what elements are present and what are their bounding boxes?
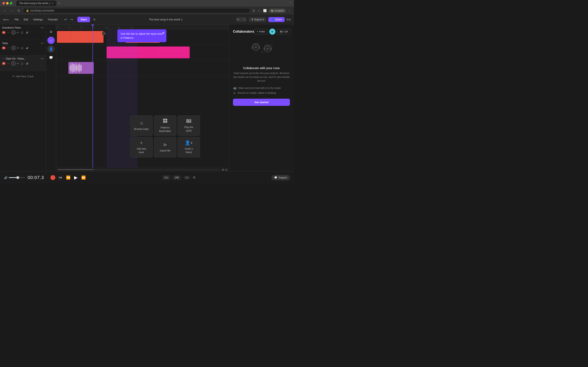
volume-slider[interactable] bbox=[9, 177, 25, 178]
refresh-button[interactable]: ↻ bbox=[93, 18, 96, 21]
transport-settings-button[interactable]: ⚙ bbox=[193, 175, 196, 179]
active-tab[interactable]: The best song in the world :) ✕ bbox=[16, 1, 56, 6]
cast-icon[interactable]: ⊻ bbox=[252, 8, 256, 13]
track-more-piano[interactable]: ••• bbox=[41, 26, 44, 29]
ruler-mark-11: 11 bbox=[117, 25, 130, 29]
call-button[interactable]: 📷 Call bbox=[277, 29, 291, 34]
scrollbar-track[interactable] bbox=[57, 169, 220, 170]
zoom-out-button[interactable]: ⊖ bbox=[225, 168, 227, 171]
track-wavy-button-piano[interactable]: 〰 bbox=[7, 31, 10, 34]
settings-side-icon[interactable]: ⚙ bbox=[47, 28, 55, 35]
waveform-bars bbox=[68, 62, 83, 74]
plus-icon: + bbox=[257, 30, 258, 33]
invite-button[interactable]: + Invite bbox=[254, 29, 268, 34]
mute-button-darkchi[interactable]: 🔊 bbox=[25, 62, 29, 65]
star-icon[interactable]: ☆ bbox=[257, 8, 261, 13]
minimize-traffic-light[interactable] bbox=[6, 2, 9, 4]
new-tab-button[interactable]: + bbox=[58, 1, 60, 5]
app-back-button[interactable]: ⟵ bbox=[3, 17, 9, 22]
vol-knob-darkchi[interactable] bbox=[11, 61, 16, 66]
go-to-start-button[interactable]: ⏮ bbox=[58, 175, 63, 180]
track-row-darkchi bbox=[56, 60, 229, 76]
get-started-button[interactable]: Get started bbox=[233, 99, 290, 106]
vol-knob-tasty[interactable] bbox=[11, 46, 16, 50]
patterns-beatmaker-card[interactable]: PatternsBeatmaker bbox=[154, 115, 176, 136]
save-button[interactable]: Save bbox=[77, 17, 90, 22]
track-controls-tasty: R 〰 Vol 🎧 🔊 bbox=[2, 46, 44, 50]
record-button[interactable] bbox=[51, 175, 55, 180]
collaborators-side-icon[interactable]: 👤 bbox=[47, 45, 55, 53]
menu-edit[interactable]: Edit bbox=[22, 17, 30, 22]
waveform-bar bbox=[71, 63, 71, 73]
exit-button[interactable]: Exit bbox=[287, 18, 291, 21]
menu-tutorials[interactable]: Tutorials bbox=[45, 17, 60, 22]
url-text: soundtrap.com/studio/ bbox=[30, 9, 54, 12]
track-r-button-tasty[interactable]: R bbox=[2, 47, 6, 49]
export-button[interactable]: ⬆ Export ▾ bbox=[249, 17, 266, 22]
track-clip-tasty[interactable] bbox=[107, 47, 190, 58]
profile-icon[interactable]: ⬜ bbox=[262, 8, 268, 13]
headphone-button-tasty[interactable]: 🎧 bbox=[20, 47, 24, 49]
waveform-bar bbox=[76, 63, 76, 73]
rewind-button[interactable]: ⏪ bbox=[65, 175, 71, 181]
timeline-ruler[interactable]: 1 3 5 7 9 11 13 bbox=[56, 25, 229, 29]
more-nav-icon[interactable]: ⋮ bbox=[287, 8, 292, 13]
tracks-area[interactable]: ✕ bbox=[56, 29, 229, 167]
refresh-nav-button[interactable]: ↻ bbox=[16, 8, 21, 13]
invite-friend-card[interactable]: 👤+ Invite afriend bbox=[178, 137, 200, 157]
menu-file[interactable]: File bbox=[12, 17, 21, 22]
tab-title: The best song in the world :) bbox=[19, 2, 50, 5]
incognito-button[interactable]: 🕵 Incognito bbox=[269, 8, 286, 13]
mute-button-piano[interactable]: 🔊 bbox=[25, 31, 29, 34]
volume-thumb[interactable] bbox=[16, 176, 19, 179]
menu-settings[interactable]: Settings bbox=[31, 17, 45, 22]
track-wavy-button-darkchi[interactable]: 〰 bbox=[7, 62, 10, 65]
waveform-bar bbox=[81, 64, 81, 72]
waveform-bar bbox=[70, 64, 71, 72]
mute-button-tasty[interactable]: 🔊 bbox=[25, 47, 29, 49]
url-bar[interactable]: 🔒 soundtrap.com/studio/ bbox=[23, 8, 250, 13]
support-button[interactable]: 💬 Support bbox=[271, 175, 290, 180]
back-nav-button[interactable]: ← bbox=[2, 8, 8, 13]
ruler-mark-3: 3 bbox=[68, 25, 81, 29]
clip-close-button-piano[interactable]: ✕ bbox=[102, 31, 106, 35]
light-theme-button[interactable]: ☀ bbox=[235, 17, 241, 22]
redo-button[interactable]: ↪ bbox=[69, 17, 74, 22]
undo-button[interactable]: ↩ bbox=[63, 17, 68, 22]
tooltip-close-button[interactable]: ✕ bbox=[162, 31, 165, 35]
close-traffic-light[interactable] bbox=[2, 2, 5, 4]
window-expand-icon[interactable]: ⌃ bbox=[289, 2, 292, 5]
dark-theme-button[interactable]: ☽ bbox=[241, 17, 247, 22]
time-display: 00:07.3 bbox=[27, 175, 48, 180]
music-side-icon[interactable]: ♪ bbox=[47, 37, 55, 44]
chat-side-icon[interactable]: 💬 bbox=[47, 54, 55, 61]
tab-close-icon[interactable]: ✕ bbox=[52, 2, 53, 5]
speaker-icon: 🔊 bbox=[4, 176, 8, 179]
headphone-button-piano[interactable]: 🎧 bbox=[20, 31, 24, 34]
scrollbar-thumb[interactable] bbox=[57, 169, 94, 170]
track-r-button-darkchi[interactable]: R bbox=[2, 62, 6, 65]
svg-rect-1 bbox=[165, 119, 167, 120]
share-button[interactable]: 👤 Share bbox=[268, 17, 285, 22]
add-new-track-card[interactable]: + Add newtrack bbox=[130, 137, 153, 157]
track-clip-darkchi[interactable] bbox=[68, 62, 94, 74]
play-button[interactable]: ▶ bbox=[73, 174, 78, 181]
headphone-button-darkchi[interactable]: 🎧 bbox=[20, 62, 24, 65]
vol-knob-piano[interactable] bbox=[11, 30, 16, 35]
track-controls-piano: R 〰 Vol 🎧 🔊 bbox=[2, 30, 44, 35]
import-file-card[interactable]: ⊳ Import file bbox=[154, 137, 176, 157]
forward-nav-button[interactable]: → bbox=[9, 8, 15, 13]
add-new-track-button[interactable]: + Add New Track bbox=[0, 71, 46, 82]
tracks-right-panel: ⚙ ♪ 👤 💬 1 3 5 7 9 11 bbox=[46, 25, 229, 171]
collab-illustration: + + + bbox=[233, 38, 290, 67]
fast-forward-button[interactable]: ⏩ bbox=[80, 175, 86, 181]
track-r-button-piano[interactable]: R bbox=[2, 31, 6, 34]
track-more-tasty[interactable]: ••• bbox=[41, 42, 44, 45]
track-clip-piano-1[interactable] bbox=[57, 31, 104, 43]
play-synth-card[interactable]: Play thesynth bbox=[178, 115, 200, 136]
browse-loops-card[interactable]: ♫ Browse loops bbox=[130, 115, 153, 136]
zoom-in-button[interactable]: ⊕ bbox=[222, 168, 224, 171]
track-wavy-button-tasty[interactable]: 〰 bbox=[7, 47, 10, 49]
track-more-darkchi[interactable]: ••• bbox=[41, 57, 44, 60]
maximize-traffic-light[interactable] bbox=[10, 2, 12, 4]
